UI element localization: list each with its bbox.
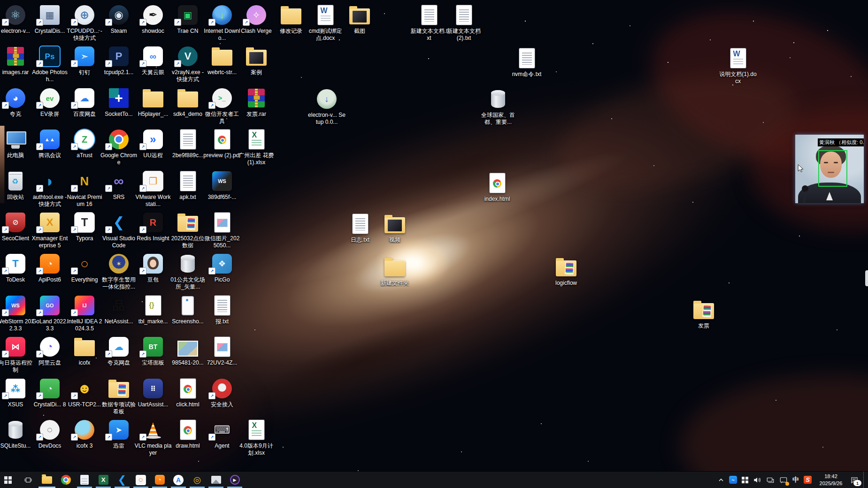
desktop-icon-photoshop[interactable]: Ps↗Adobe Photosh... (31, 45, 69, 83)
desktop-icon-jietu[interactable]: 截图 (341, 4, 378, 35)
desktop-icon-389df65f[interactable]: WS389df65f-... (203, 170, 241, 201)
desktop-icon-clash-verge[interactable]: ✧↗Clash Verge (238, 4, 275, 35)
tray-cloud-drive-icon[interactable]: ~ (729, 472, 737, 488)
desktop-icon-authtool[interactable]: ◗↗authtool.exe - 快捷方式 (31, 170, 69, 208)
desktop-icon-h5player[interactable]: H5player_... (134, 87, 172, 118)
desktop-icon-gonggong-db[interactable]: 01公共文化场所_矢量... (169, 252, 207, 290)
desktop-icon-guangzhou-xlsx[interactable]: 广州出差 花费(1).xlsx (238, 128, 275, 166)
desktop-icon-dingtalk[interactable]: ➣↗钉钉 (66, 45, 103, 76)
desktop-icon-v2rayn[interactable]: V↗v2rayN.exe - 快捷方式 (169, 45, 207, 83)
desktop-icon-anli[interactable]: 案例 (238, 45, 275, 76)
desktop-icon-picgo[interactable]: ❖↗PicGo (203, 252, 241, 283)
desktop-icon-xmanager[interactable]: X↗Xmanager Enterprise 5 (31, 211, 69, 249)
taskbar[interactable]: X❮○◔A◎▶ ~ 中 S 18:42 2025/9/26 1 (0, 471, 868, 488)
desktop-icon-vlc[interactable]: ↗VLC media player (134, 419, 172, 457)
desktop-icon-everything[interactable]: ○↗Everything (66, 252, 103, 283)
desktop-icon-chrome[interactable]: ↗Google Chrome (100, 128, 138, 166)
taskbar-start-button[interactable] (0, 472, 19, 488)
desktop-icon-navicat[interactable]: N↗Navicat Premium 16 (66, 170, 103, 208)
desktop-icon-new-txt[interactable]: 新建文本文档.txt (410, 4, 448, 42)
desktop-icon-apk-txt[interactable]: apk.txt (169, 170, 207, 201)
desktop-icon-icofx-folder[interactable]: icofx (66, 336, 103, 366)
desktop-icon-electron-v[interactable]: ⚛↗electron-v... (0, 4, 34, 35)
desktop-icon-tcpudpd[interactable]: ⊕↗TCPUDPD... - 快捷方式 (66, 4, 103, 42)
taskbar-everything-button[interactable]: ○ (131, 472, 150, 488)
offscreen-window-sliver[interactable] (0, 126, 5, 203)
desktop-icon-kuake[interactable]: ◕↗夸克 (0, 87, 34, 118)
desktop-icon-uu[interactable]: »↗UU远程 (134, 128, 172, 159)
desktop-icon-baidupan[interactable]: ☁↗百度网盘 (66, 87, 103, 118)
taskbar-clock[interactable]: 18:42 2025/9/26 (816, 473, 845, 487)
desktop-icon-xiugai-jilu[interactable]: 修改记录 (272, 4, 310, 35)
desktop-icon-shuju-kanban[interactable]: 数据专项试验看板 (100, 377, 138, 415)
desktop-icon-fapiao-rar[interactable]: 发票.rar (238, 87, 275, 118)
desktop-icon-72uv2[interactable]: 72UV2-4Z... (203, 336, 241, 366)
desktop-icon-goland[interactable]: GO↗GoLand 2022.3.3 (31, 294, 69, 332)
desktop-icon-webstorm[interactable]: WS↗WebStorm 2022.3.3 (0, 294, 34, 332)
desktop-icon-vscode[interactable]: ❮↗Visual Studio Code (100, 211, 138, 249)
taskbar-excel-button[interactable]: X (94, 472, 113, 488)
taskbar-taskview-button[interactable] (19, 472, 38, 488)
taskbar-navicat-button[interactable]: ◎ (188, 472, 207, 488)
desktop-icon-new-txt-2[interactable]: 新建文本文档 (2).txt (445, 4, 483, 42)
desktop-icon-preview-pdf[interactable]: preview (2).pdf (203, 128, 241, 159)
desktop-icon-images-rar[interactable]: images.rar (0, 45, 34, 76)
desktop-icon-srs[interactable]: ∞↗SRS (100, 170, 138, 201)
face-recognition-window[interactable]: 黄润秋 （相似度: 0. (795, 135, 864, 203)
desktop-icon-baota[interactable]: BT↗宝塔面板 (134, 336, 172, 366)
desktop-icon-fapiao-folder[interactable]: 发票 (685, 298, 722, 329)
desktop-icon-anquan[interactable]: ↗安全接入 (203, 377, 241, 408)
desktop-icon-tianyi[interactable]: ∞↗天翼云眼 (134, 45, 172, 76)
desktop-icon-steam[interactable]: ◉↗Steam (100, 4, 138, 35)
ime-indicator[interactable]: 中 (792, 472, 799, 488)
desktop-icon-aliyundrive[interactable]: ◔↗阿里云盘 (31, 336, 69, 366)
desktop-icon-ev[interactable]: ev↗EV录屏 (31, 87, 69, 118)
desktop-icon-wechat-devtools[interactable]: >_↗微信开发者工具 (203, 87, 241, 125)
desktop-icon-sdk4-demo[interactable]: sdk4_demo (169, 87, 207, 118)
desktop-icon-new-folder[interactable]: 新建文件夹 (376, 256, 414, 287)
taskbar-app-a-button[interactable]: A (169, 472, 188, 488)
desktop-icon-agent[interactable]: ⌨↗Agent (203, 419, 241, 450)
desktop-icon-shuoming-docx[interactable]: 说明文档(1).docx (719, 47, 757, 85)
desktop-icon-devdocs[interactable]: ○↗DevDocs (31, 419, 69, 450)
taskbar-apipost-button[interactable]: ◔ (150, 472, 169, 488)
desktop-icon-electron-setup[interactable]: ↓electron-v... Setup 0.0... (308, 88, 346, 126)
desktop-icon-shipin-folder[interactable]: 视频 (376, 213, 414, 244)
taskbar-explorer-button[interactable] (38, 472, 56, 488)
taskbar-vscode-button[interactable]: ❮ (113, 472, 131, 488)
taskbar-player-button[interactable]: ▶ (225, 472, 244, 488)
taskbar-photos-button[interactable] (207, 472, 225, 488)
desktop-icon-uartassist[interactable]: ⠿UartAssist... (134, 377, 172, 408)
taskbar-notepad-button[interactable] (75, 472, 94, 488)
screencast-icon[interactable] (779, 472, 788, 488)
desktop-icon-netassist[interactable]: 品NetAssist... (100, 294, 138, 325)
desktop-icon-logicflow[interactable]: logicflow (547, 256, 585, 287)
desktop-icon-tbl-marke[interactable]: tbl_marke... (134, 294, 172, 325)
desktop-icon-redisinsight[interactable]: R↗Redis Insight (134, 211, 172, 242)
desktop-icon-crystaldi8[interactable]: ◔↗CrystalDi... 8 (31, 377, 69, 408)
system-tray[interactable]: ~ 中 S 18:42 2025/9/26 1 (718, 472, 868, 488)
desktop-icon-xsus[interactable]: ⁂↗XSUS (0, 377, 34, 408)
desktop-icon-doubao[interactable]: ↗豆包 (134, 252, 172, 283)
desktop-icon-trae-cn[interactable]: ▣↗Trae CN (169, 4, 207, 35)
desktop-icon-quanqiu-db[interactable]: 全球国家、首都、重要... (479, 88, 517, 126)
desktop-icon-click-html[interactable]: click.html (169, 377, 207, 408)
desktop-icon-this-pc[interactable]: 此电脑 (0, 128, 34, 159)
desktop-icon-webrtc-str[interactable]: webrtc-str... (203, 45, 241, 76)
desktop-icon-apipost6[interactable]: ◔↗ApiPost6 (31, 252, 69, 283)
action-center-icon[interactable]: 1 (850, 472, 859, 488)
desktop-icon-idm[interactable]: ↓↗Internet Downlo... (203, 4, 241, 42)
desktop-icon-dianwei-folder[interactable]: 2025032点位数据 (169, 211, 207, 249)
tray-widgets-icon[interactable] (742, 472, 748, 488)
taskbar-apps[interactable]: X❮○◔A◎▶ (0, 472, 244, 488)
desktop-icon-index-html[interactable]: index.html (478, 172, 516, 203)
desktop-icon-nvm-txt[interactable]: nvm命令.txt (508, 47, 545, 78)
desktop-icon-kuake-pan[interactable]: ☁↗夸克网盘 (100, 336, 138, 366)
desktop[interactable]: ⚛↗electron-v...▦↗CrystalDis...⊕↗TCPUDPD.… (0, 0, 868, 471)
desktop-icon-vmware[interactable]: ❒↗VMware Workstati... (134, 170, 172, 208)
show-desktop-button[interactable] (863, 472, 866, 488)
desktop-icon-secoclient[interactable]: ⊘↗SecoClient (0, 211, 34, 242)
desktop-icon-rizhi-txt[interactable]: 日志.txt (341, 213, 379, 244)
desktop-icon-sunlogin[interactable]: ⋈↗向日葵远程控制 (0, 336, 34, 374)
desktop-icon-crystaldis[interactable]: ▦↗CrystalDis... (31, 4, 69, 35)
